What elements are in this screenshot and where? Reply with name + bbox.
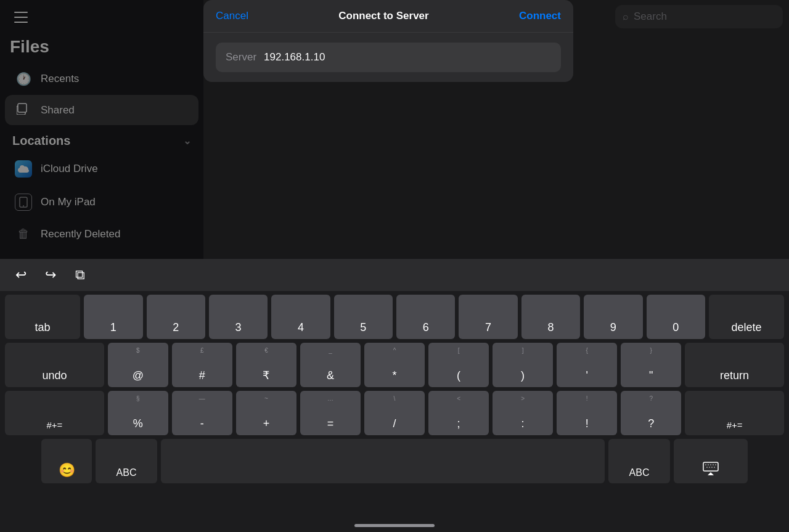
server-label: Server xyxy=(226,51,256,63)
delete-key[interactable]: delete xyxy=(709,295,784,339)
keyboard-dismiss-key[interactable] xyxy=(674,439,748,483)
abc-left-key[interactable]: ABC xyxy=(96,439,157,483)
tab-key[interactable]: tab xyxy=(5,295,80,339)
key-8[interactable]: 8 xyxy=(521,295,580,339)
key-open-paren[interactable]: [ ( xyxy=(428,343,489,387)
home-indicator xyxy=(354,524,435,527)
key-7[interactable]: 7 xyxy=(459,295,517,339)
key-at[interactable]: $ @ xyxy=(108,343,168,387)
key-6[interactable]: 6 xyxy=(396,295,455,339)
key-4[interactable]: 4 xyxy=(271,295,330,339)
connect-button[interactable]: Connect xyxy=(519,10,561,22)
keyboard-rows: tab 1 2 3 4 5 6 7 8 9 0 delete undo $ @ … xyxy=(0,291,789,483)
key-row-1: tab 1 2 3 4 5 6 7 8 9 0 delete xyxy=(5,295,784,339)
key-9[interactable]: 9 xyxy=(584,295,642,339)
key-percent[interactable]: § % xyxy=(108,391,168,435)
key-plus[interactable]: ~ + xyxy=(236,391,296,435)
keyboard-area: ↩ ↪ ⧉ tab 1 2 3 4 5 6 7 8 9 0 delete und… xyxy=(0,259,789,532)
connect-to-server-modal: Cancel Connect to Server Connect Server … xyxy=(203,0,573,82)
server-value: 192.168.1.10 xyxy=(264,51,325,63)
return-key[interactable]: return xyxy=(685,343,784,387)
key-1[interactable]: 1 xyxy=(84,295,142,339)
key-equals[interactable]: … = xyxy=(300,391,361,435)
key-row-4: 😊 ABC ABC xyxy=(5,439,784,483)
spacebar[interactable] xyxy=(161,439,605,483)
server-input-row[interactable]: Server 192.168.1.10 xyxy=(216,43,561,72)
key-close-brace[interactable]: } " xyxy=(621,343,681,387)
svg-rect-7 xyxy=(703,462,718,471)
symbols-toggle-left[interactable]: #+= xyxy=(5,391,104,435)
symbols-toggle-right[interactable]: #+= xyxy=(685,391,784,435)
cancel-button[interactable]: Cancel xyxy=(216,10,248,22)
key-2[interactable]: 2 xyxy=(147,295,205,339)
key-close-paren[interactable]: ] ) xyxy=(493,343,553,387)
key-3[interactable]: 3 xyxy=(209,295,268,339)
keyboard-toolbar: ↩ ↪ ⧉ xyxy=(0,259,789,291)
key-row-3: #+= § % — - ~ + … = \ / < ; xyxy=(5,391,784,435)
key-row-2: undo $ @ £ # € ₹ _ & ^ * [ xyxy=(5,343,784,387)
key-0[interactable]: 0 xyxy=(647,295,705,339)
modal-body: Server 192.168.1.10 xyxy=(203,33,573,82)
key-rupee[interactable]: € ₹ xyxy=(236,343,296,387)
key-5[interactable]: 5 xyxy=(334,295,393,339)
key-colon[interactable]: > : xyxy=(493,391,553,435)
key-exclaim[interactable]: ! ! xyxy=(557,391,617,435)
modal-header: Cancel Connect to Server Connect xyxy=(203,0,573,33)
key-open-brace[interactable]: { ' xyxy=(557,343,617,387)
redo-toolbar-button[interactable]: ↪ xyxy=(37,264,64,286)
key-minus[interactable]: — - xyxy=(172,391,232,435)
key-question[interactable]: ? ? xyxy=(621,391,681,435)
key-hash[interactable]: £ # xyxy=(172,343,232,387)
abc-right-key[interactable]: ABC xyxy=(608,439,670,483)
emoji-key[interactable]: 😊 xyxy=(41,439,92,483)
key-asterisk[interactable]: ^ * xyxy=(364,343,425,387)
key-slash[interactable]: \ / xyxy=(364,391,425,435)
key-semicolon[interactable]: < ; xyxy=(428,391,489,435)
modal-title: Connect to Server xyxy=(338,10,428,22)
paste-toolbar-button[interactable]: ⧉ xyxy=(67,264,94,286)
key-ampersand[interactable]: _ & xyxy=(300,343,361,387)
undo-toolbar-button[interactable]: ↩ xyxy=(7,264,35,286)
undo-key[interactable]: undo xyxy=(5,343,104,387)
